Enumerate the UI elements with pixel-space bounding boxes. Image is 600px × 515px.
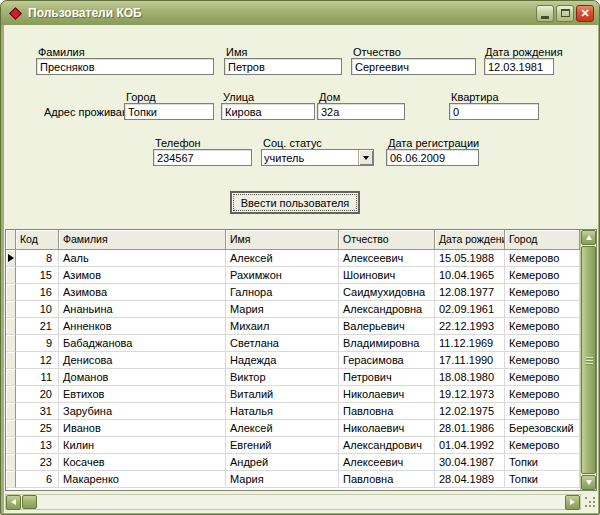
table-row[interactable]: 13КилинЕвгенийАлександрович01.04.1992Кем…: [6, 437, 580, 454]
row-indicator-cell: [6, 403, 16, 420]
row-indicator-cell: [6, 335, 16, 352]
scroll-left-button[interactable]: [6, 495, 21, 510]
cell-city: Кемерово: [505, 318, 580, 335]
table-row[interactable]: 12ДенисоваНадеждаГерасимова17.11.1990Кем…: [6, 352, 580, 369]
surname-field[interactable]: [36, 58, 214, 75]
social-status-combobox[interactable]: [261, 149, 374, 166]
cell-surname: Азимов: [59, 267, 226, 284]
maximize-button[interactable]: [556, 5, 574, 22]
cell-name: Евгений: [226, 437, 339, 454]
cell-surname: Евтихов: [59, 386, 226, 403]
row-indicator-cell: [6, 301, 16, 318]
registration-date-field[interactable]: [386, 149, 479, 166]
social-status-label: Соц. статус: [263, 137, 322, 149]
scroll-up-button[interactable]: [581, 230, 596, 245]
table-row[interactable]: 16АзимоваГалнораСаидмухидовна12.08.1977К…: [6, 284, 580, 301]
street-label: Улица: [223, 91, 254, 103]
street-field[interactable]: [221, 103, 315, 120]
close-icon: ✕: [580, 8, 589, 19]
table-row[interactable]: 23КосачевАндрейАлексеевич30.04.1987Топки: [6, 454, 580, 471]
cell-surname: Денисова: [59, 352, 226, 369]
dropdown-button[interactable]: [358, 150, 373, 165]
column-header-name: Имя: [226, 230, 339, 250]
cell-code: 20: [16, 386, 59, 403]
horizontal-scroll-thumb[interactable]: [22, 495, 37, 509]
table-row[interactable]: 11ДомановВикторПетрович18.08.1980Кемеров…: [6, 369, 580, 386]
phone-field[interactable]: [153, 149, 252, 166]
row-indicator-cell: [6, 284, 16, 301]
cell-name: Михаил: [226, 318, 339, 335]
cell-code: 13: [16, 437, 59, 454]
name-field[interactable]: [224, 58, 342, 75]
birth-date-label: Дата рождения: [485, 46, 563, 58]
house-field[interactable]: [317, 103, 405, 120]
city-field[interactable]: [124, 103, 214, 120]
birth-date-field[interactable]: [484, 58, 554, 75]
cell-birth_date: 19.12.1973: [435, 386, 505, 403]
table-row[interactable]: 21АнненковМихаилВалерьевич22.12.1993Кеме…: [6, 318, 580, 335]
name-label: Имя: [226, 46, 247, 58]
cell-name: Мария: [226, 471, 339, 488]
table-row[interactable]: 6МакаренкоМарияПавловна28.04.1989Топки: [6, 471, 580, 488]
cell-code: 16: [16, 284, 59, 301]
row-indicator-cell: [6, 471, 16, 488]
table-row[interactable]: 31ЗарубинаНатальяПавловна12.02.1975Кемер…: [6, 403, 580, 420]
table-row[interactable]: 9БабаджановаСветланаВладимировна11.12.19…: [6, 335, 580, 352]
patronymic-field[interactable]: [351, 58, 476, 75]
cell-city: Кемерово: [505, 403, 580, 420]
maximize-icon: [561, 9, 570, 17]
add-user-button[interactable]: Ввести пользователя: [230, 191, 360, 214]
phone-label: Телефон: [155, 137, 201, 149]
table-row[interactable]: 20ЕвтиховВиталийНиколаевич19.12.1973Кеме…: [6, 386, 580, 403]
current-row-arrow-icon: [8, 254, 14, 262]
grid-body: 8АальАлексейАлексеевич15.05.1988Кемерово…: [6, 250, 580, 490]
scroll-down-button[interactable]: [581, 475, 596, 490]
scroll-down-icon: [586, 480, 592, 485]
cell-name: Надежда: [226, 352, 339, 369]
cell-birth_date: 30.04.1987: [435, 454, 505, 471]
table-row[interactable]: 8АальАлексейАлексеевич15.05.1988Кемерово: [6, 250, 580, 267]
minimize-button[interactable]: [536, 5, 554, 22]
row-indicator-cell: [6, 318, 16, 335]
cell-code: 6: [16, 471, 59, 488]
vertical-scroll-thumb[interactable]: [581, 246, 596, 474]
cell-surname: Ааль: [59, 250, 226, 267]
cell-name: Алексей: [226, 250, 339, 267]
cell-name: Рахимжон: [226, 267, 339, 284]
cell-name: Алексей: [226, 420, 339, 437]
table-row[interactable]: 25ИвановАлексейНиколаевич28.01.1986Берез…: [6, 420, 580, 437]
row-indicator-cell: [6, 386, 16, 403]
table-row[interactable]: 10АнаньинаМарияАлександровна02.09.1961Ке…: [6, 301, 580, 318]
cell-code: 21: [16, 318, 59, 335]
cell-surname: Макаренко: [59, 471, 226, 488]
cell-birth_date: 28.04.1989: [435, 471, 505, 488]
row-indicator-cell: [6, 250, 16, 267]
scroll-right-button[interactable]: [565, 495, 580, 510]
horizontal-scrollbar[interactable]: [5, 494, 581, 510]
cell-city: Кемерово: [505, 335, 580, 352]
cell-code: 8: [16, 250, 59, 267]
cell-name: Галнора: [226, 284, 339, 301]
apartment-field[interactable]: [449, 103, 539, 120]
cell-birth_date: 10.04.1965: [435, 267, 505, 284]
cell-surname: Азимова: [59, 284, 226, 301]
cell-code: 11: [16, 369, 59, 386]
window-title: Пользователи КОБ: [28, 6, 536, 20]
cell-patronymic: Алексеевич: [339, 250, 435, 267]
row-indicator-cell: [6, 267, 16, 284]
close-button[interactable]: ✕: [576, 5, 594, 22]
cell-patronymic: Герасимова: [339, 352, 435, 369]
titlebar[interactable]: Пользователи КОБ ✕: [1, 1, 599, 25]
resize-grip[interactable]: [583, 495, 597, 509]
house-label: Дом: [319, 91, 340, 103]
row-indicator-cell: [6, 454, 16, 471]
cell-city: Топки: [505, 454, 580, 471]
cell-name: Светлана: [226, 335, 339, 352]
table-row[interactable]: 15АзимовРахимжонШоинович10.04.1965Кемеро…: [6, 267, 580, 284]
cell-city: Кемерово: [505, 386, 580, 403]
vertical-scrollbar[interactable]: [580, 230, 596, 490]
app-diamond-icon: [9, 7, 22, 20]
cell-surname: Доманов: [59, 369, 226, 386]
social-status-value[interactable]: [262, 150, 358, 165]
cell-code: 31: [16, 403, 59, 420]
